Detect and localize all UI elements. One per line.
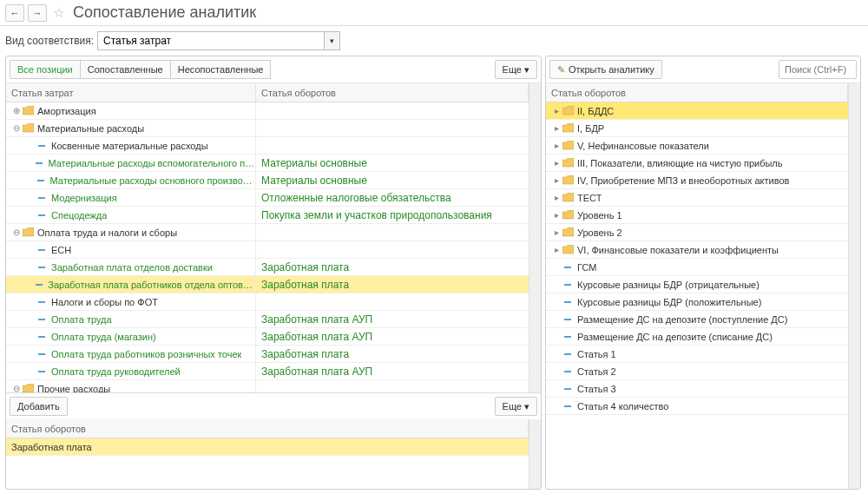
tree-row[interactable]: ЕСН — [6, 241, 529, 259]
tree-row[interactable]: Оплата труда работников розничных точекЗ… — [6, 346, 529, 363]
right-tree-row[interactable]: ▸Уровень 1 — [546, 207, 848, 224]
right-tree-row[interactable]: ▸II, БДДС — [546, 102, 848, 120]
row-label: Материальные расходы — [37, 123, 144, 134]
right-scrollbar[interactable] — [848, 83, 860, 489]
bottom-more-button[interactable]: Еще ▾ — [495, 397, 537, 416]
row-label: Уровень 2 — [577, 227, 622, 238]
folder-icon — [562, 158, 574, 168]
expander-icon[interactable]: ▸ — [551, 245, 562, 254]
row-label: Оплата труда руководителей — [51, 366, 181, 377]
filter-dropdown-button[interactable]: ▾ — [325, 31, 340, 50]
row-label: II, БДДС — [577, 106, 614, 116]
tree-row[interactable]: Заработная плата работников отдела оптов… — [6, 276, 529, 293]
leaf-icon — [34, 280, 44, 290]
nav-forward-button[interactable]: → — [28, 4, 47, 22]
right-tree-row[interactable]: ▸V, Нефинансовые показатели — [546, 137, 848, 155]
folder-icon — [22, 106, 34, 116]
expander-icon[interactable]: ▸ — [551, 123, 562, 133]
left-scrollbar[interactable] — [529, 83, 541, 392]
expander-icon[interactable]: ▸ — [551, 227, 562, 237]
folder-icon — [22, 384, 34, 393]
right-tree-row[interactable]: ▸ТЕСТ — [546, 189, 848, 207]
expander-icon[interactable]: ▸ — [551, 193, 562, 202]
tab-matched[interactable]: Сопоставленные — [80, 60, 171, 79]
bottom-row[interactable]: Заработная плата — [6, 438, 529, 456]
search-input[interactable] — [779, 60, 857, 79]
row-label: Уровень 1 — [577, 210, 622, 221]
tree-row[interactable]: Материальные расходы вспомогательного пр… — [6, 155, 529, 172]
leaf-icon — [36, 366, 48, 377]
row-mapping: Заработная плата АУП — [256, 366, 529, 378]
filter-select-input[interactable] — [97, 31, 325, 50]
leaf-icon — [36, 262, 48, 273]
right-tree-row[interactable]: ▸III, Показатели, влияющие на чистую при… — [546, 155, 848, 172]
left-grid-body[interactable]: ⊕Амортизация⊖Материальные расходыКосвенн… — [6, 102, 529, 392]
left-col-turnover[interactable]: Статья оборотов — [256, 83, 529, 102]
right-tree-row[interactable]: Курсовые разницы БДР (отрицательные) — [546, 276, 848, 293]
expander-icon[interactable]: ▸ — [551, 106, 562, 115]
nav-back-button[interactable]: ← — [5, 4, 24, 22]
leaf-icon — [562, 332, 574, 342]
tree-row[interactable]: ⊖Оплата труда и налоги и сборы — [6, 224, 529, 241]
add-button[interactable]: Добавить — [10, 397, 68, 416]
row-label: Оплата труда — [51, 314, 112, 325]
tree-row[interactable]: Материальные расходы основного производс… — [6, 172, 529, 189]
expander-icon[interactable]: ▸ — [551, 158, 562, 168]
leaf-icon — [36, 297, 48, 307]
tree-row[interactable]: Налоги и сборы по ФОТ — [6, 293, 529, 311]
expander-icon[interactable]: ⊖ — [11, 123, 22, 133]
right-tree-row[interactable]: Курсовые разницы БДР (положительные) — [546, 293, 848, 311]
tab-all-positions[interactable]: Все позиции — [10, 60, 81, 79]
tree-row[interactable]: Оплата труда руководителейЗаработная пла… — [6, 363, 529, 380]
tree-row[interactable]: Оплата трудаЗаработная плата АУП — [6, 311, 529, 328]
right-tree-row[interactable]: Размещение ДС на депозите (поступление Д… — [546, 311, 848, 328]
right-tree-row[interactable]: ▸Уровень 2 — [546, 224, 848, 241]
right-tree-row[interactable]: ▸VI, Финансовые показатели и коэффициент… — [546, 241, 848, 259]
right-tree-row[interactable]: Статья 3 — [546, 380, 848, 398]
tree-row[interactable]: ⊕Амортизация — [6, 102, 529, 120]
tree-row[interactable]: ⊖Материальные расходы — [6, 120, 529, 137]
tree-row[interactable]: Оплата труда (магазин)Заработная плата А… — [6, 328, 529, 346]
right-tree-row[interactable]: Статья 2 — [546, 363, 848, 380]
open-analytic-button[interactable]: ✎ Открыть аналитику — [549, 60, 662, 79]
row-label: Статья 4 количество — [577, 401, 668, 412]
leaf-icon — [562, 297, 574, 307]
expander-icon[interactable]: ▸ — [551, 175, 562, 185]
right-tree-row[interactable]: ▸IV, Приобретение МПЗ и внеоборотных акт… — [546, 172, 848, 189]
right-tree-row[interactable]: Статья 1 — [546, 346, 848, 363]
left-col-costs[interactable]: Статья затрат — [6, 83, 256, 102]
tree-row[interactable]: СпецодеждаПокупка земли и участков приро… — [6, 207, 529, 224]
right-tree-row[interactable]: Статья 4 количество — [546, 398, 848, 415]
tree-row[interactable]: ⊖Прочие расходы — [6, 380, 529, 392]
folder-icon — [22, 123, 34, 134]
bottom-scrollbar[interactable] — [529, 419, 541, 489]
filter-label: Вид соответствия: — [5, 35, 94, 47]
tab-unmatched[interactable]: Несопоставленные — [170, 60, 272, 79]
folder-icon — [562, 210, 574, 221]
row-label: III, Показатели, влияющие на чистую приб… — [577, 158, 783, 168]
right-col-header[interactable]: Статья оборотов — [546, 83, 848, 102]
row-mapping: Заработная плата АУП — [256, 331, 529, 343]
expander-icon[interactable]: ⊖ — [11, 384, 22, 392]
row-label: Налоги и сборы по ФОТ — [51, 297, 158, 307]
right-grid-body[interactable]: ▸II, БДДС▸I, БДР▸V, Нефинансовые показат… — [546, 102, 848, 489]
row-label: Прочие расходы — [37, 384, 110, 393]
folder-icon — [562, 106, 574, 116]
bottom-grid-body[interactable]: Заработная плата — [6, 438, 529, 489]
tree-row[interactable]: МодернизацияОтложенные налоговые обязате… — [6, 189, 529, 207]
bottom-col-header[interactable]: Статья оборотов — [6, 419, 529, 438]
expander-icon[interactable]: ▸ — [551, 141, 562, 150]
expander-icon[interactable]: ⊕ — [11, 106, 22, 115]
row-label: Статья 2 — [577, 366, 616, 377]
left-more-button[interactable]: Еще ▾ — [495, 60, 537, 79]
tree-row[interactable]: Косвенные материальные расходы — [6, 137, 529, 155]
expander-icon[interactable]: ⊖ — [11, 227, 22, 237]
right-tree-row[interactable]: ▸I, БДР — [546, 120, 848, 137]
leaf-icon — [36, 314, 48, 325]
right-tree-row[interactable]: Размещение ДС на депозите (списание ДС) — [546, 328, 848, 346]
right-tree-row[interactable]: ГСМ — [546, 259, 848, 276]
expander-icon[interactable]: ▸ — [551, 210, 562, 220]
favorite-star-icon[interactable]: ☆ — [50, 5, 66, 21]
tree-row[interactable]: Заработная плата отделов доставкиЗаработ… — [6, 259, 529, 276]
leaf-icon — [36, 193, 48, 203]
